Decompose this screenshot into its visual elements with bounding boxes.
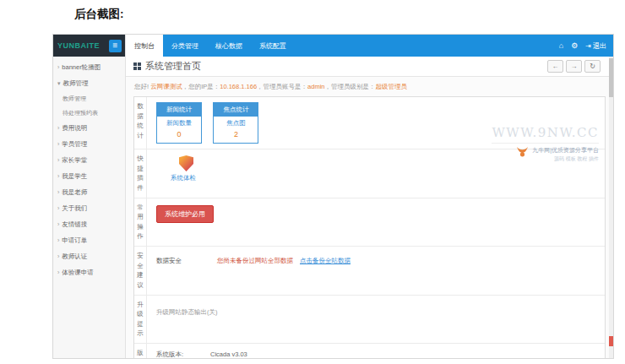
stat-card-header: 新闻统计 <box>157 103 201 117</box>
chevron-right-icon: › <box>57 253 59 259</box>
sidebar: YUNBAITE ≡ › banner轮播图 ▾ 教师管理 教师管理 待处理预约… <box>53 35 126 358</box>
sidebar-subitem-pending-bookings[interactable]: 待处理预约表 <box>53 106 125 120</box>
row-label: 常用操作 <box>134 198 147 247</box>
home-icon[interactable]: ⌂ <box>559 41 563 50</box>
scrollbar-marker[interactable] <box>609 336 613 346</box>
chevron-right-icon: › <box>57 205 59 211</box>
admin-window: YUNBAITE ≡ › banner轮播图 ▾ 教师管理 教师管理 待处理预约… <box>52 34 614 359</box>
tab-system-config[interactable]: 系统配置 <box>251 35 295 57</box>
sidebar-item-label: 学员管理 <box>62 140 87 149</box>
stat-card-news: 新闻统计 新闻数量 0 <box>156 102 202 144</box>
sidebar-item-banner[interactable]: › banner轮播图 <box>53 59 125 75</box>
page-heading: 系统管理首页 <box>145 60 201 73</box>
backup-link[interactable]: 点击备份全站数据 <box>300 257 351 265</box>
sidebar-item-label: 家长学堂 <box>62 156 87 165</box>
back-button[interactable]: ← <box>547 60 563 73</box>
content-area: 系统管理首页 ← → ↻ 您好! 云网课测试，您的IP是：10.168.1.16… <box>126 57 613 358</box>
upgrade-text: 升级网站静态输出(关) <box>156 301 595 324</box>
row-security-advice: 安全建议 数据安全 您尚未备份过网站全部数据 点击备份全站数据 <box>134 247 605 296</box>
refresh-button[interactable]: ↻ <box>584 60 601 73</box>
stat-card-link[interactable]: 新闻数量 <box>157 117 201 128</box>
sidebar-item-parents[interactable]: › 家长学堂 <box>53 152 125 168</box>
sidebar-item-im-student[interactable]: › 我是学生 <box>53 168 125 184</box>
sidebar-item-label: 我是学生 <box>62 172 87 181</box>
row-upgrade-tips: 升级提示 升级网站静态输出(关) <box>134 296 605 345</box>
version-value: Cicada v3.03 <box>210 349 247 358</box>
sidebar-item-label: 教师认证 <box>62 253 87 261</box>
shield-icon[interactable] <box>179 155 193 171</box>
sidebar-item-im-teacher[interactable]: › 我是老师 <box>53 184 125 200</box>
grid-icon <box>133 62 141 70</box>
row-label: 版本信息 <box>134 344 147 358</box>
chevron-down-icon: ▾ <box>57 80 61 87</box>
row-label: 安全建议 <box>134 247 147 295</box>
system-checkup-link[interactable]: 系统体检 <box>171 174 595 182</box>
gear-icon[interactable]: ⚙ <box>571 41 578 50</box>
stat-card-value: 2 <box>214 128 258 143</box>
chevron-right-icon: › <box>57 157 59 163</box>
logout-label: 退出 <box>593 41 606 51</box>
row-quick-plugins: 快捷插件 系统体检 <box>134 149 605 198</box>
row-label: 数据统计 <box>134 97 147 149</box>
chevron-right-icon: › <box>57 189 59 195</box>
page-title: 后台截图: <box>74 7 124 22</box>
row-version-info: 版本信息 系统版本:Cicada v3.03 九牛网:www.9nw.cc 技术… <box>134 344 605 358</box>
welcome-prefix: 您好! <box>134 83 150 90</box>
sidebar-item-about[interactable]: › 关于我们 <box>53 200 125 216</box>
row-data-stats: 数据统计 新闻统计 新闻数量 0 焦点统计 焦点图 2 <box>134 97 605 149</box>
tab-console[interactable]: 控制台 <box>126 35 163 57</box>
forward-button[interactable]: → <box>566 60 582 73</box>
sidebar-item-label: 教师管理 <box>63 79 89 88</box>
chevron-right-icon: › <box>57 173 59 179</box>
sidebar-subitem-teacher-admin[interactable]: 教师管理 <box>53 91 125 106</box>
dashboard-panel: 数据统计 新闻统计 新闻数量 0 焦点统计 焦点图 2 <box>133 96 606 358</box>
logout-icon: ⇥ <box>585 42 591 50</box>
sidebar-item-students-mgmt[interactable]: › 学员管理 <box>53 136 125 152</box>
stat-card-value: 0 <box>157 128 201 143</box>
maintenance-button[interactable]: 系统维护必用 <box>156 205 214 223</box>
sidebar-item-label: 体验课申请 <box>62 269 94 277</box>
sidebar-item-label: banner轮播图 <box>62 63 101 72</box>
stat-card-header: 焦点统计 <box>214 103 258 117</box>
row-label: 升级提示 <box>134 296 147 344</box>
chevron-right-icon: › <box>57 125 59 131</box>
stat-card-link[interactable]: 焦点图 <box>214 117 258 128</box>
sidebar-item-label: 关于我们 <box>62 204 87 213</box>
admin-ip: 10.168.1.166 <box>220 83 257 90</box>
history-buttons: ← → ↻ <box>547 60 601 73</box>
welcome-line: 您好! 云网课测试，您的IP是：10.168.1.166，管理员账号是：admi… <box>126 77 613 96</box>
sidebar-item-fees[interactable]: › 费用说明 <box>53 120 125 136</box>
chevron-right-icon: › <box>57 269 59 275</box>
site-name: 云网课测试 <box>150 83 182 90</box>
sidebar-item-label: 费用说明 <box>62 124 87 133</box>
chevron-right-icon: › <box>57 64 59 70</box>
logo: YUNBAITE <box>57 41 100 50</box>
hamburger-menu-icon[interactable]: ≡ <box>109 40 122 52</box>
sidebar-item-trial-class[interactable]: › 体验课申请 <box>53 264 125 280</box>
tab-core-data[interactable]: 核心数据 <box>207 35 251 57</box>
security-warning: 您尚未备份过网站全部数据 <box>217 257 293 265</box>
sidebar-item-orders[interactable]: › 申请订单 <box>53 232 125 248</box>
admin-role: 超级管理员 <box>376 83 408 90</box>
top-navbar: 控制台 分类管理 核心数据 系统配置 ⌂ ⚙ ⇥ 退出 <box>126 35 613 57</box>
sidebar-item-label: 申请订单 <box>62 236 87 245</box>
sidebar-item-label: 友情链接 <box>62 220 87 229</box>
scrollbar[interactable] <box>609 57 613 358</box>
chevron-right-icon: › <box>57 141 59 147</box>
sidebar-item-links[interactable]: › 友情链接 <box>53 216 125 232</box>
content-header: 系统管理首页 ← → ↻ <box>126 57 613 77</box>
scrollbar-thumb[interactable] <box>609 58 613 97</box>
sidebar-item-teacher-cert[interactable]: › 教师认证 <box>53 248 125 264</box>
sidebar-item-teacher-mgmt[interactable]: ▾ 教师管理 <box>53 75 125 91</box>
main-area: 控制台 分类管理 核心数据 系统配置 ⌂ ⚙ ⇥ 退出 系统管理首页 ← → ↻ <box>126 35 613 358</box>
row-common-actions: 常用操作 系统维护必用 <box>134 198 605 247</box>
navbar-actions: ⌂ ⚙ ⇥ 退出 <box>559 35 606 57</box>
logout-button[interactable]: ⇥ 退出 <box>585 41 606 51</box>
tab-category-mgmt[interactable]: 分类管理 <box>163 35 207 57</box>
chevron-right-icon: › <box>57 221 59 227</box>
row-label: 快捷插件 <box>134 149 147 198</box>
stat-card-focus: 焦点统计 焦点图 2 <box>213 102 258 144</box>
chevron-right-icon: › <box>57 237 59 243</box>
admin-account: admin <box>307 83 324 90</box>
sidebar-header: YUNBAITE ≡ <box>53 35 125 57</box>
